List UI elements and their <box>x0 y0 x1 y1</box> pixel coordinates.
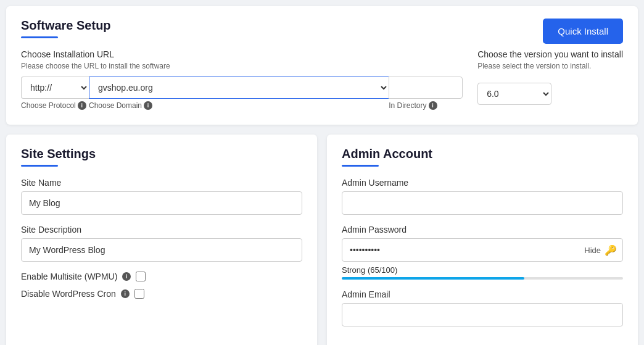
install-url-right: Choose the version you want to install P… <box>477 49 623 105</box>
install-url-label: Choose Installation URL <box>21 49 463 59</box>
admin-password-field: Admin Password Hide 🔑 Strong (65/100) <box>342 225 623 280</box>
disable-wp-cron-label: Disable WordPress Cron <box>21 289 116 299</box>
site-description-field: Site Description <box>21 225 302 262</box>
version-label: Choose the version you want to install <box>477 49 623 59</box>
version-select[interactable]: 6.0 5.9 5.8 <box>477 83 551 105</box>
domain-info-icon[interactable]: i <box>144 101 152 110</box>
admin-email-label: Admin Email <box>342 289 623 299</box>
admin-username-input[interactable] <box>342 191 623 215</box>
directory-input[interactable] <box>389 77 463 99</box>
protocol-info-icon[interactable]: i <box>78 101 86 110</box>
wp-cron-info-icon[interactable]: i <box>121 289 130 298</box>
site-description-label: Site Description <box>21 225 302 235</box>
admin-username-label: Admin Username <box>342 178 623 188</box>
disable-wp-cron-checkbox[interactable] <box>134 289 144 299</box>
multisite-info-icon[interactable]: i <box>122 272 131 281</box>
site-name-field: Site Name <box>21 178 302 215</box>
admin-password-label: Admin Password <box>342 225 623 235</box>
site-settings-underline <box>21 165 58 167</box>
site-name-input[interactable] <box>21 191 302 215</box>
protocol-sub-label: Choose Protocol i <box>21 101 89 110</box>
admin-username-field: Admin Username <box>342 178 623 215</box>
domain-select[interactable]: gvshop.eu.org <box>89 77 389 99</box>
install-url-left: Choose Installation URL Please choose th… <box>21 49 463 110</box>
site-settings-card: Site Settings Site Name Site Description… <box>6 135 317 345</box>
admin-account-card: Admin Account Admin Username Admin Passw… <box>327 135 638 345</box>
quick-install-button[interactable]: Quick Install <box>543 19 623 44</box>
key-icon: 🔑 <box>605 244 617 256</box>
enable-multisite-label: Enable Multisite (WPMU) <box>21 272 117 281</box>
software-setup-title: Software Setup <box>21 19 111 33</box>
password-wrapper: Hide 🔑 <box>342 238 623 262</box>
admin-email-input[interactable] <box>342 303 623 326</box>
site-description-input[interactable] <box>21 238 302 262</box>
install-url-section: Choose Installation URL Please choose th… <box>21 49 623 110</box>
software-setup-underline <box>21 36 58 38</box>
admin-account-underline <box>342 165 379 167</box>
hide-password-button[interactable]: Hide <box>584 246 601 255</box>
sub-labels-row: Choose Protocol i Choose Domain i In Dir… <box>21 101 463 110</box>
enable-multisite-checkbox[interactable] <box>136 272 146 281</box>
strength-label: Strong (65/100) <box>342 265 623 275</box>
site-settings-title: Site Settings <box>21 147 302 161</box>
admin-account-title: Admin Account <box>342 147 623 161</box>
protocol-select[interactable]: http:// https:// <box>21 77 89 99</box>
bottom-row: Site Settings Site Name Site Description… <box>6 135 638 345</box>
strength-bar-background <box>342 277 623 280</box>
enable-multisite-row: Enable Multisite (WPMU) i <box>21 272 302 281</box>
domain-sub-label: Choose Domain i <box>89 101 389 110</box>
strength-bar-fill <box>342 277 524 280</box>
directory-info-icon[interactable]: i <box>429 101 437 110</box>
admin-email-field: Admin Email <box>342 289 623 326</box>
directory-sub-label: In Directory i <box>389 101 463 110</box>
site-name-label: Site Name <box>21 178 302 188</box>
version-hint: Please select the version to install. <box>477 62 623 70</box>
install-url-hint: Please choose the URL to install the sof… <box>21 62 463 70</box>
admin-password-input[interactable] <box>342 238 623 262</box>
disable-wp-cron-row: Disable WordPress Cron i <box>21 289 302 299</box>
url-inputs-row: http:// https:// gvshop.eu.org <box>21 77 463 99</box>
software-setup-card: Software Setup Quick Install Choose Inst… <box>6 6 638 125</box>
